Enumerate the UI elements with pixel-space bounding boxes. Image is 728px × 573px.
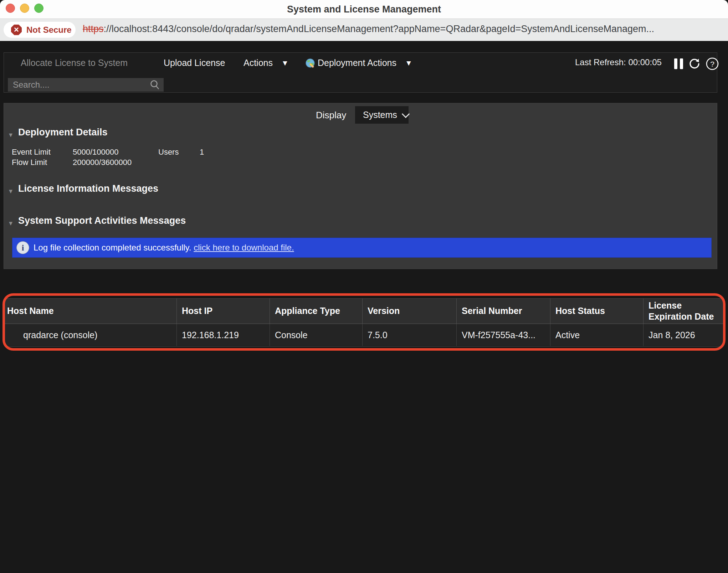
download-file-link[interactable]: click here to download file. [194,243,294,252]
column-header-version[interactable]: Version [363,299,457,324]
users-value: 1 [200,148,204,157]
help-icon[interactable]: ? [706,57,719,71]
last-refresh-label: Last Refresh: 00:00:05 [575,57,662,67]
browser-toolbar: ✕ Not Secure https://localhost:8443/cons… [0,19,728,41]
display-select[interactable]: Systems [355,106,409,124]
search-input[interactable] [8,80,149,90]
dropdown-triangle-icon: ▼ [281,59,289,67]
search-icon[interactable] [149,79,161,91]
system-support-title: System Support Activities Messages [18,215,186,226]
systems-table: Host Name Host IP Appliance Type Version… [5,298,723,347]
refresh-icon[interactable] [688,57,701,71]
deployment-actions-menu-button[interactable]: Deployment Actions▼ [318,58,412,68]
banner-message: Log file collection completed successful… [34,243,191,252]
titlebar: System and License Management [0,0,728,19]
column-header-host-name[interactable]: Host Name [5,299,177,324]
app-toolbar: Allocate License to System Upload Licens… [4,52,717,93]
event-limit-label: Event Limit [12,148,51,157]
license-info-title: License Information Messages [18,183,158,194]
upload-license-button[interactable]: Upload License [164,58,225,68]
url-path: ://localhost:8443/console/do/qradar/syst… [104,24,654,34]
table-row[interactable]: qradarce (console) 192.168.1.219 Console… [5,324,723,346]
flow-limit-value: 200000/3600000 [73,158,132,167]
window-title: System and License Management [0,4,728,15]
column-header-appliance-type[interactable]: Appliance Type [270,299,363,324]
display-selected-value: Systems [363,110,397,120]
collapse-license-info-icon[interactable]: ▾ [9,187,12,195]
site-security-button[interactable]: ✕ Not Secure [4,22,76,38]
address-bar[interactable]: https://localhost:8443/console/do/qradar… [83,24,721,35]
search-field [8,78,164,92]
notification-banner: i Log file collection completed successf… [12,238,712,258]
flow-limit-label: Flow Limit [12,158,47,167]
pause-refresh-icon[interactable] [674,58,684,69]
security-label: Not Secure [26,25,72,35]
deployment-globe-icon [305,58,316,69]
cell-appliance-type: Console [270,324,363,346]
app-window: System and License Management ✕ Not Secu… [0,0,728,573]
users-label: Users [158,148,179,157]
collapse-deployment-details-icon[interactable]: ▾ [9,130,12,139]
url-scheme: https [83,24,104,34]
not-secure-icon: ✕ [11,25,22,35]
event-limit-value: 5000/100000 [73,148,118,157]
column-header-host-status[interactable]: Host Status [550,299,644,324]
column-header-serial-number[interactable]: Serial Number [457,299,550,324]
cell-host-status: Active [550,324,644,346]
info-icon: i [16,241,29,254]
deployment-details-title: Deployment Details [18,127,108,138]
column-header-license-expiration[interactable]: License Expiration Date [644,299,723,324]
display-label: Display [316,110,346,121]
dropdown-triangle-icon: ▼ [405,59,412,67]
cell-license-expiration: Jan 8, 2026 [644,324,723,346]
actions-menu-button[interactable]: Actions▼ [243,58,289,68]
main-panel: Display Systems ▾ Deployment Details Eve… [4,103,717,269]
chevron-down-icon [402,110,410,118]
cell-version: 7.5.0 [363,324,457,346]
cell-host-name: qradarce (console) [5,324,177,346]
column-header-host-ip[interactable]: Host IP [177,299,270,324]
table-header-row: Host Name Host IP Appliance Type Version… [5,299,723,324]
cell-serial-number: VM-f257555a-43... [457,324,550,346]
svg-text:?: ? [710,60,714,68]
collapse-system-support-icon[interactable]: ▾ [9,219,12,227]
allocate-license-button[interactable]: Allocate License to System [21,58,128,68]
cell-host-ip: 192.168.1.219 [177,324,270,346]
